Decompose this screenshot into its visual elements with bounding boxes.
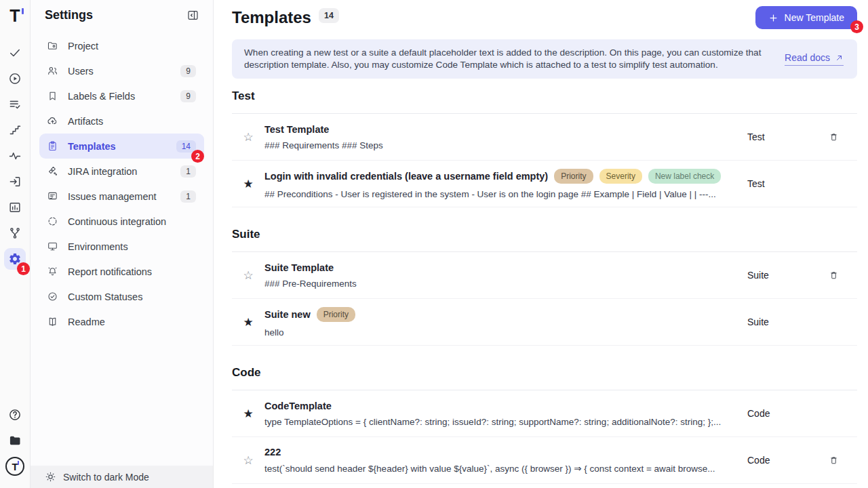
cloud-upload-icon (47, 115, 58, 127)
import-sign-in-icon[interactable] (4, 171, 26, 192)
projects-folder-icon[interactable] (4, 430, 26, 451)
sidebar-item-continuous-integration[interactable]: Continuous integration (39, 209, 204, 234)
section-code: Code ★ CodeTemplate type TemplateOptions… (232, 366, 857, 484)
delete-template-button[interactable] (810, 270, 857, 281)
template-description: ## Preconditions - User is registered in… (264, 189, 731, 199)
settings-sidebar: Settings Project Users 9 Labels & Fields… (31, 0, 214, 488)
page-title: Templates (232, 8, 311, 27)
sidebar-item-label: Continuous integration (68, 216, 166, 227)
trash-icon (829, 455, 839, 466)
issue-card-icon (47, 190, 58, 202)
template-description: type TemplateOptions = { clientName?: st… (264, 417, 731, 427)
settings-notification-badge: 1 (17, 262, 30, 275)
label-badge: New label check (648, 169, 721, 184)
analytics-bar-chart-icon[interactable] (4, 197, 26, 218)
tests-check-icon[interactable] (4, 42, 26, 64)
template-title[interactable]: Test Template (264, 124, 329, 135)
template-title[interactable]: Suite Template (264, 262, 334, 273)
star-filled-icon[interactable]: ★ (232, 177, 264, 191)
sidebar-item-readme[interactable]: Readme (39, 309, 204, 334)
sidebar-count-badge: 14 (176, 140, 196, 152)
runs-play-circle-icon[interactable] (4, 68, 26, 89)
delete-template-button[interactable] (810, 455, 857, 466)
label-badge: Priority (554, 169, 593, 184)
book-icon (47, 316, 58, 327)
pulse-activity-icon[interactable] (4, 145, 26, 167)
sidebar-item-label: Artifacts (68, 116, 103, 127)
sidebar-item-label: Templates (68, 141, 116, 152)
sidebar-item-templates[interactable]: Templates 14 2 (39, 134, 204, 159)
template-title[interactable]: 222 (264, 447, 281, 458)
bookmark-icon (47, 90, 58, 102)
sidebar-item-jira-integration[interactable]: JIRA integration 1 (39, 159, 204, 184)
star-outline-icon[interactable]: ☆ (232, 268, 264, 283)
sidebar-item-artifacts[interactable]: Artifacts (39, 108, 204, 134)
star-outline-icon[interactable]: ☆ (232, 453, 264, 468)
sidebar-item-users[interactable]: Users 9 (39, 58, 204, 83)
read-docs-link[interactable]: Read docs (785, 52, 844, 66)
dark-mode-toggle[interactable]: Switch to dark Mode (31, 466, 213, 488)
template-type: Test (747, 131, 810, 142)
branch-icon[interactable] (4, 222, 26, 244)
template-type: Code (747, 455, 810, 466)
template-description: ### Requirements ### Steps (264, 140, 731, 150)
sidebar-count-badge: 1 (180, 190, 196, 203)
sidebar-item-environments[interactable]: Environments (39, 234, 204, 259)
delete-template-button[interactable] (810, 131, 857, 142)
label-badge: Severity (599, 169, 642, 184)
templates-page: Templates 14 New Template 3 When creatin… (214, 0, 868, 488)
sidebar-item-report-notifications[interactable]: Report notifications (39, 259, 204, 284)
clipboard-icon (47, 140, 58, 152)
sun-icon (45, 471, 56, 483)
template-type: Code (747, 408, 810, 419)
folder-gear-icon (47, 40, 58, 52)
template-row: ☆ Test Template ### Requirements ### Ste… (232, 114, 857, 161)
template-type: Suite (747, 317, 810, 327)
runs-list-check-icon[interactable] (4, 94, 26, 115)
section-suite: Suite ☆ Suite Template ### Pre-Requireme… (232, 228, 857, 346)
template-title[interactable]: Login with invalid credentials (leave a … (264, 171, 548, 182)
new-template-notification-badge: 3 (850, 20, 863, 33)
sidebar-item-issues-management[interactable]: Issues management 1 (39, 184, 204, 209)
info-banner: When creating a new test or a suite a de… (232, 39, 857, 79)
check-circle-icon (47, 291, 58, 302)
templates-count-badge: 14 (319, 8, 339, 23)
plus-icon (768, 13, 778, 23)
settings-gear-icon[interactable]: 1 (4, 248, 26, 270)
template-description: hello (264, 327, 731, 338)
jira-icon (47, 165, 58, 177)
app-logo[interactable]: T (9, 5, 20, 27)
sidebar-count-badge: 9 (180, 65, 196, 77)
ci-loop-icon (47, 216, 58, 227)
star-outline-icon[interactable]: ☆ (232, 130, 264, 144)
sidebar-item-labels-fields[interactable]: Labels & Fields 9 (39, 83, 204, 108)
sidebar-item-label: Report notifications (68, 266, 152, 277)
section-heading: Code (232, 366, 857, 380)
rail-bottom: T (4, 404, 26, 481)
steps-icon[interactable] (4, 119, 26, 141)
template-row: ★ Login with invalid credentials (leave … (232, 161, 857, 207)
star-filled-icon[interactable]: ★ (232, 315, 264, 329)
sidebar-item-label: JIRA integration (68, 166, 137, 177)
trash-icon (829, 131, 839, 142)
trash-icon (829, 270, 839, 281)
template-title[interactable]: Suite new (264, 309, 311, 320)
template-title[interactable]: CodeTemplate (264, 401, 332, 411)
collapse-panel-icon[interactable] (186, 9, 199, 22)
star-filled-icon[interactable]: ★ (232, 407, 264, 421)
template-row: ★ Suite new Priority hello Suite (232, 299, 857, 346)
templates-notification-badge: 2 (191, 150, 204, 163)
bell-icon (47, 266, 58, 277)
users-icon (47, 65, 58, 77)
help-icon[interactable] (4, 404, 26, 426)
new-template-button[interactable]: New Template 3 (755, 6, 857, 29)
sidebar-item-project[interactable]: Project (39, 33, 204, 58)
sidebar-item-custom-statuses[interactable]: Custom Statuses (39, 284, 204, 309)
monitor-icon (47, 241, 58, 252)
sidebar-count-badge: 1 (180, 165, 196, 178)
template-type: Test (747, 178, 810, 189)
workspace-logo-circle[interactable]: T (4, 455, 26, 477)
sidebar-item-label: Project (68, 41, 98, 52)
section-heading: Suite (232, 228, 857, 241)
sidebar-item-label: Issues management (68, 191, 157, 202)
